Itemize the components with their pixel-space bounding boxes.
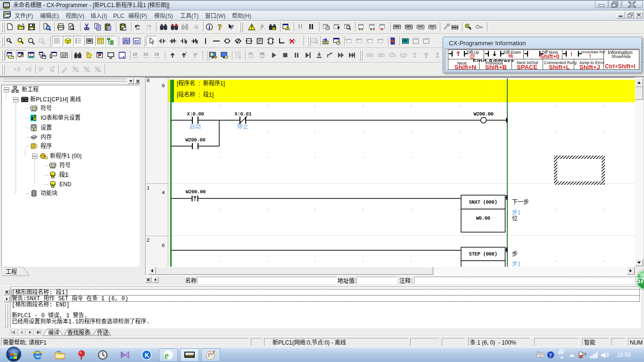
svg-text:e: e xyxy=(165,350,169,361)
svg-text:!: ! xyxy=(570,50,572,57)
svg-text:57: 57 xyxy=(636,276,644,285)
svg-text:?: ? xyxy=(549,352,552,359)
svg-text:K: K xyxy=(145,352,149,359)
